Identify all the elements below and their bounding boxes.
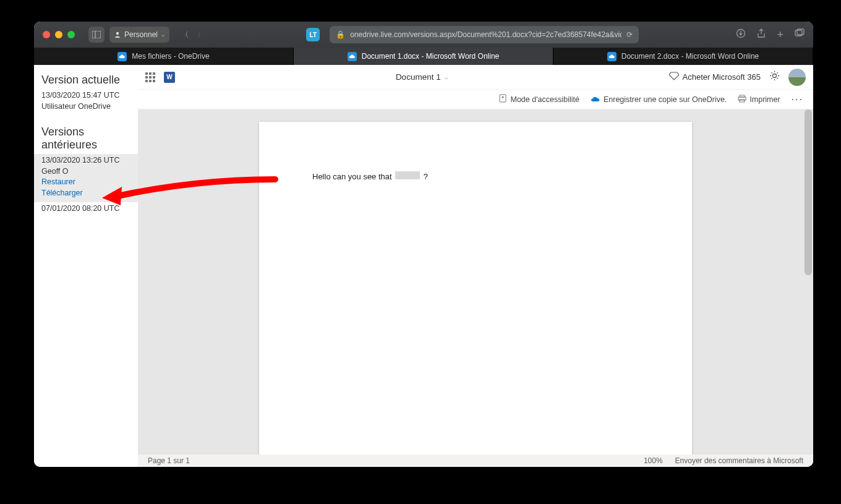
buy-premium-label: Acheter Microsoft 365 (683, 72, 761, 82)
document-text: Hello can you see that (312, 172, 394, 181)
word-icon: W (164, 72, 175, 83)
svg-rect-5 (797, 29, 804, 35)
browser-toolbar: Personnel ⌵ 〈 〉 LT 🔒 onedrive.live.com/v… (34, 22, 813, 48)
lock-icon: 🔒 (336, 30, 345, 39)
document-text: ? (421, 172, 428, 181)
svg-rect-4 (795, 30, 802, 36)
diamond-icon (669, 72, 679, 82)
onedrive-icon (117, 52, 127, 61)
close-window-button[interactable] (43, 31, 50, 38)
url-text: onedrive.live.com/versions.aspx/Document… (350, 30, 621, 39)
share-button[interactable] (757, 28, 766, 41)
document-page: Hello can you see that ? (259, 122, 692, 455)
zoom-level[interactable]: 100% (644, 456, 663, 465)
downloads-button[interactable] (736, 28, 746, 41)
version-timestamp: 13/03/2020 15:47 UTC (41, 90, 130, 101)
onedrive-icon (607, 52, 617, 61)
browser-tab[interactable]: Document 1.docx - Microsoft Word Online (294, 48, 553, 65)
version-author: Utilisateur OneDrive (41, 101, 130, 113)
download-version-link[interactable]: Télécharger (41, 188, 130, 199)
page-indicator: Page 1 sur 1 (148, 456, 190, 465)
tab-label: Document 2.docx - Microsoft Word Online (621, 52, 759, 61)
maximize-window-button[interactable] (67, 31, 75, 38)
older-versions-heading: Versions antérieures (34, 122, 138, 154)
profile-button[interactable]: Personnel ⌵ (109, 27, 169, 43)
reload-button[interactable]: ⟳ (626, 30, 633, 39)
onedrive-icon (348, 52, 357, 61)
version-item-current[interactable]: 13/03/2020 15:47 UTC Utilisateur OneDriv… (34, 89, 138, 116)
accessibility-mode-button[interactable]: Mode d'accessibilité (498, 94, 579, 105)
svg-point-2 (116, 32, 119, 35)
svg-rect-7 (500, 95, 506, 102)
profile-label: Personnel (124, 30, 158, 39)
feedback-link[interactable]: Envoyer des commentaires à Microsoft (675, 456, 803, 465)
accessibility-icon (498, 94, 507, 105)
buy-premium-button[interactable]: Acheter Microsoft 365 (669, 72, 761, 82)
print-label: Imprimer (749, 95, 780, 104)
more-options-button[interactable]: ··· (792, 94, 803, 105)
tabs-button[interactable] (795, 28, 805, 41)
tab-label: Document 1.docx - Microsoft Word Online (362, 52, 500, 61)
minimize-window-button[interactable] (55, 31, 62, 38)
save-copy-label: Enregistrer une copie sur OneDrive. (604, 95, 727, 104)
chevron-down-icon: ⌵ (161, 32, 164, 38)
address-bar[interactable]: 🔒 onedrive.live.com/versions.aspx/Docume… (330, 26, 639, 43)
print-icon (738, 95, 746, 105)
version-history-sidebar: Version actuelle 13/03/2020 15:47 UTC Ut… (34, 65, 138, 467)
document-title-text: Document 1 (396, 72, 441, 82)
svg-point-6 (773, 74, 777, 78)
command-bar: Mode d'accessibilité Enregistrer une cop… (138, 90, 813, 109)
accessibility-label: Mode d'accessibilité (510, 95, 579, 104)
version-timestamp: 07/01/2020 08:20 UTC (41, 203, 130, 215)
document-main: W Document 1 ⌵ Acheter Microsoft 365 (138, 65, 813, 467)
redacted-text (395, 171, 420, 179)
browser-tab[interactable]: Document 2.docx - Microsoft Word Online (553, 48, 813, 65)
document-title[interactable]: Document 1 ⌵ (396, 72, 448, 82)
app-launcher-button[interactable] (145, 72, 155, 82)
current-version-heading: Version actuelle (34, 70, 138, 89)
settings-button[interactable] (769, 70, 780, 83)
version-item[interactable]: 13/03/2020 13:26 UTC Geoff O Restaurer T… (34, 154, 138, 202)
restore-version-link[interactable]: Restaurer (41, 177, 130, 188)
chevron-down-icon: ⌵ (445, 74, 448, 80)
browser-tabstrip: Mes fichiers - OneDrive Document 1.docx … (34, 48, 813, 65)
cloud-icon (591, 95, 600, 104)
save-copy-button[interactable]: Enregistrer une copie sur OneDrive. (591, 95, 727, 104)
app-header: W Document 1 ⌵ Acheter Microsoft 365 (138, 65, 813, 90)
version-author: Geoff O (41, 166, 130, 177)
print-button[interactable]: Imprimer (738, 95, 780, 105)
browser-tab[interactable]: Mes fichiers - OneDrive (34, 48, 294, 65)
extension-icon[interactable]: LT (306, 28, 320, 41)
window-controls (43, 31, 75, 38)
svg-rect-0 (92, 31, 101, 38)
status-bar: Page 1 sur 1 100% Envoyer des commentair… (138, 455, 813, 467)
tab-label: Mes fichiers - OneDrive (132, 52, 209, 61)
user-avatar[interactable] (788, 69, 806, 86)
vertical-scrollbar[interactable] (805, 109, 812, 275)
new-tab-button[interactable]: + (777, 28, 783, 41)
svg-point-8 (502, 96, 504, 98)
sidebar-toggle-button[interactable] (88, 27, 105, 43)
version-timestamp: 13/03/2020 13:26 UTC (41, 155, 130, 166)
document-scroll-area[interactable]: Hello can you see that ? (138, 109, 813, 455)
back-button[interactable]: 〈 (177, 27, 193, 43)
version-item[interactable]: 07/01/2020 08:20 UTC (34, 202, 138, 218)
forward-button[interactable]: 〉 (193, 27, 209, 43)
